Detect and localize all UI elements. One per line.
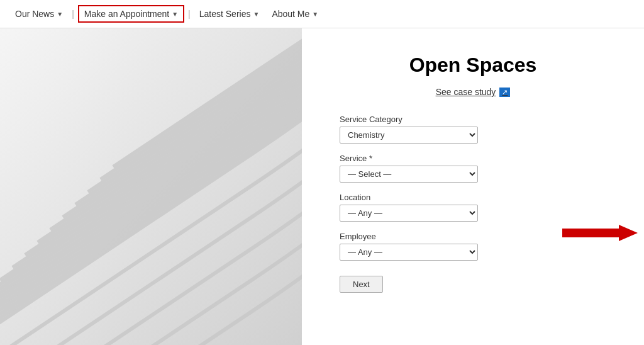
- service-category-select[interactable]: Chemistry: [340, 127, 478, 144]
- nav-about-me[interactable]: About Me ▼: [267, 6, 323, 21]
- nav-divider-1: |: [70, 9, 75, 19]
- nav-latest-series-label: Latest Series: [199, 9, 251, 19]
- hero-image-panel: [0, 28, 302, 345]
- location-group: Location — Any —: [340, 193, 606, 222]
- service-group: Service * — Select —: [340, 154, 606, 183]
- red-arrow-icon: [562, 223, 638, 242]
- service-category-group: Service Category Chemistry: [340, 115, 606, 144]
- service-select[interactable]: — Select —: [340, 166, 478, 183]
- arrow-annotation: [562, 223, 638, 242]
- nav-our-news[interactable]: Our News ▼: [10, 6, 68, 21]
- location-select[interactable]: — Any —: [340, 205, 478, 222]
- main-content: Open Spaces See case study ↗ Service Cat…: [0, 28, 644, 345]
- nav-make-appointment-label: Make an Appointment: [84, 9, 169, 19]
- page-title: Open Spaces: [340, 54, 606, 77]
- nav-make-appointment[interactable]: Make an Appointment ▼: [78, 5, 184, 23]
- nav-about-me-label: About Me: [272, 9, 309, 19]
- service-category-label: Service Category: [340, 115, 606, 124]
- next-button[interactable]: Next: [340, 276, 383, 293]
- right-panel: Open Spaces See case study ↗ Service Cat…: [302, 28, 644, 345]
- nav-make-appointment-arrow: ▼: [172, 11, 178, 18]
- nav-divider-2: |: [187, 9, 192, 19]
- service-label: Service *: [340, 154, 606, 163]
- nav-latest-series-arrow: ▼: [253, 11, 259, 18]
- navigation: Our News ▼ | Make an Appointment ▼ | Lat…: [0, 0, 644, 28]
- nav-about-me-arrow: ▼: [312, 11, 318, 18]
- external-link-icon: ↗: [499, 88, 510, 97]
- appointment-form: Service Category Chemistry Service * — S…: [340, 115, 606, 293]
- employee-select[interactable]: — Any —: [340, 244, 478, 261]
- svg-marker-1: [562, 225, 638, 241]
- nav-latest-series[interactable]: Latest Series ▼: [194, 6, 265, 21]
- nav-our-news-label: Our News: [15, 9, 54, 19]
- case-study-text: See case study: [436, 87, 496, 97]
- nav-our-news-arrow: ▼: [57, 11, 63, 18]
- case-study-link[interactable]: See case study ↗: [340, 87, 606, 97]
- location-label: Location: [340, 193, 606, 202]
